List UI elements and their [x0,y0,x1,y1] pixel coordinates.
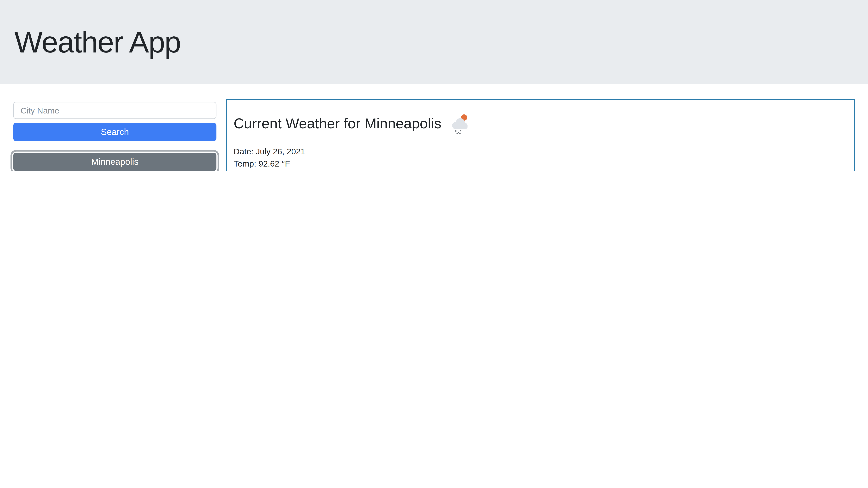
current-weather-title-text: Current Weather for Minneapolis [234,115,441,132]
current-weather-title: Current Weather for Minneapolis [234,112,848,134]
current-wind: Wind: 16.28 MPH [234,170,848,171]
app-header: Weather App [0,0,868,84]
current-temp: Temp: 92.62 °F [234,158,848,170]
history-button-minneapolis[interactable]: Minneapolis [13,153,217,171]
current-weather-card: Current Weather for Minneapolis Date: Ju… [226,99,856,171]
city-name-input[interactable] [13,102,217,119]
app-window: Weather App Search Minneapolis San Anton… [0,0,868,171]
main-layout: Search Minneapolis San Antonio Current W… [0,84,868,171]
search-button[interactable]: Search [13,123,217,141]
content-panel: Current Weather for Minneapolis Date: Ju… [226,99,856,171]
page-title: Weather App [14,25,181,59]
sidebar: Search Minneapolis San Antonio [13,102,217,171]
current-date: Date: July 26, 2021 [234,145,848,158]
weather-icon [448,112,470,134]
